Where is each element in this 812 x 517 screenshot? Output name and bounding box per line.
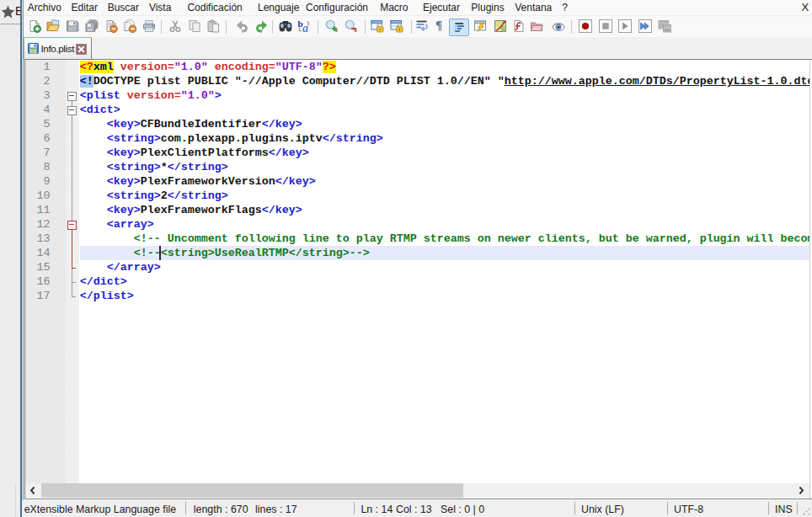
svg-text:a: a — [302, 22, 308, 34]
